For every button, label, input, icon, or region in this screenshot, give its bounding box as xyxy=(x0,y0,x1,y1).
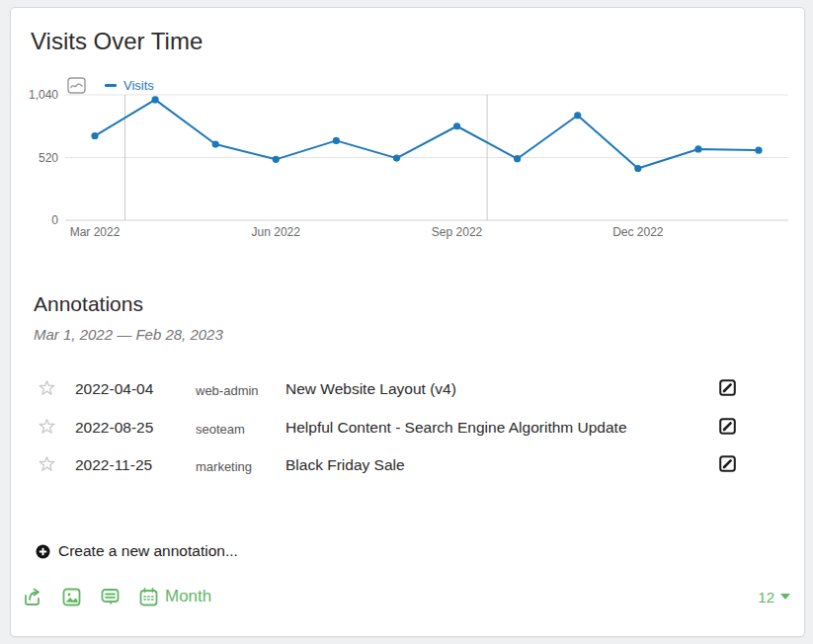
calendar-icon xyxy=(139,588,158,606)
data-point[interactable] xyxy=(393,155,400,162)
row-limit-value: 12 xyxy=(758,589,774,605)
star-icon[interactable] xyxy=(39,380,55,400)
annotation-row: 2022-04-04 web-admin New Website Layout … xyxy=(11,374,804,413)
annotation-user: web-admin xyxy=(196,383,259,398)
annotation-row: 2022-08-25 seoteam Helpful Content - Sea… xyxy=(11,413,804,451)
annotation-date: 2022-08-25 xyxy=(75,419,153,437)
chevron-down-icon xyxy=(780,594,790,600)
data-point[interactable] xyxy=(694,145,701,152)
data-point[interactable] xyxy=(151,96,158,103)
data-point[interactable] xyxy=(755,147,762,154)
period-label: Month xyxy=(165,587,211,606)
svg-text:Jun 2022: Jun 2022 xyxy=(252,225,301,239)
page-title: Visits Over Time xyxy=(31,26,203,57)
annotation-text: Black Friday Sale xyxy=(285,456,405,474)
annotation-text: Helpful Content - Search Engine Algorith… xyxy=(285,419,627,437)
create-annotation-link[interactable]: Create a new annotation... xyxy=(36,542,238,560)
visits-line-chart[interactable]: 05201,040Mar 2022Jun 2022Sep 2022Dec 202… xyxy=(11,85,804,250)
annotations-icon[interactable] xyxy=(101,588,120,606)
annotation-text: New Website Layout (v4) xyxy=(285,380,456,398)
widget-footer: Month 12 xyxy=(23,586,790,607)
star-icon[interactable] xyxy=(39,419,55,439)
svg-text:Dec 2022: Dec 2022 xyxy=(612,225,664,239)
annotation-user: marketing xyxy=(196,459,252,474)
svg-text:1,040: 1,040 xyxy=(29,88,58,102)
data-point[interactable] xyxy=(273,156,280,163)
data-point[interactable] xyxy=(634,165,641,172)
create-annotation-label: Create a new annotation... xyxy=(58,542,238,560)
image-icon[interactable] xyxy=(62,588,81,606)
data-point[interactable] xyxy=(514,155,521,162)
export-icon[interactable] xyxy=(23,588,42,606)
data-point[interactable] xyxy=(333,137,340,144)
star-icon[interactable] xyxy=(39,456,55,476)
row-limit-selector[interactable]: 12 xyxy=(758,589,790,605)
data-point[interactable] xyxy=(574,112,581,119)
edit-annotation-icon[interactable] xyxy=(719,455,736,476)
data-point[interactable] xyxy=(91,132,98,139)
annotations-list: 2022-04-04 web-admin New Website Layout … xyxy=(11,374,804,489)
edit-annotation-icon[interactable] xyxy=(719,418,736,439)
svg-text:520: 520 xyxy=(39,151,58,165)
annotation-date: 2022-04-04 xyxy=(75,380,153,398)
annotation-date: 2022-11-25 xyxy=(75,456,152,474)
data-point[interactable] xyxy=(453,122,460,129)
plus-circle-icon xyxy=(36,544,50,559)
annotations-date-range: Mar 1, 2022 — Feb 28, 2023 xyxy=(34,326,223,343)
annotation-row: 2022-11-25 marketing Black Friday Sale xyxy=(11,450,804,489)
edit-annotation-icon[interactable] xyxy=(719,379,736,400)
annotation-user: seoteam xyxy=(196,422,245,437)
svg-text:0: 0 xyxy=(51,213,58,227)
annotations-heading: Annotations xyxy=(34,292,143,316)
svg-text:Sep 2022: Sep 2022 xyxy=(432,225,483,239)
period-selector[interactable]: Month xyxy=(139,587,211,606)
svg-text:Mar 2022: Mar 2022 xyxy=(70,225,121,239)
data-point[interactable] xyxy=(212,140,219,147)
visits-over-time-widget: Visits Over Time Visits 05201,040Mar 202… xyxy=(10,7,805,637)
